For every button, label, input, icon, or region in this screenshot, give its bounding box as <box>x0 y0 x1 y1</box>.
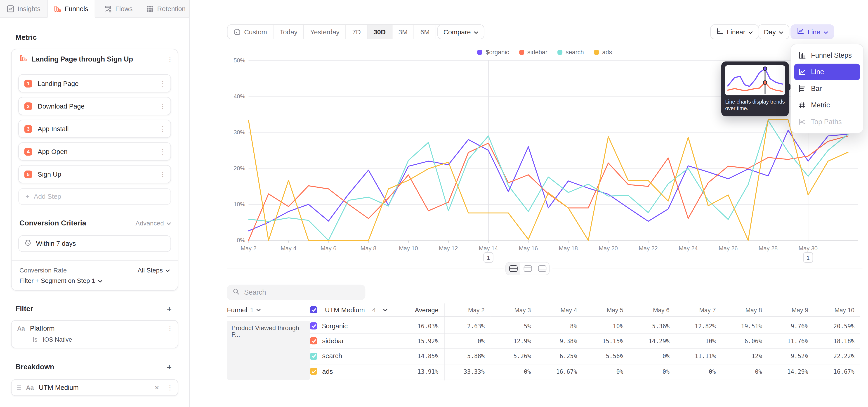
funnel-step-app-install[interactable]: 3App Install⋮ <box>18 120 171 138</box>
search-icon <box>232 288 240 295</box>
tab-funnels[interactable]: Funnels <box>48 0 95 18</box>
legend-item-organic[interactable]: $organic <box>477 49 509 55</box>
kebab-menu-icon[interactable]: ⋮ <box>166 325 172 332</box>
kebab-menu-icon[interactable]: ⋮ <box>159 125 165 132</box>
table-header-funnel[interactable]: Funnel1 <box>227 304 310 317</box>
legend-item-ads[interactable]: ads <box>594 49 612 55</box>
clock-icon <box>24 239 32 247</box>
kebab-menu-icon[interactable]: ⋮ <box>166 56 172 62</box>
chart-only-view-button[interactable] <box>520 262 535 275</box>
advanced-toggle[interactable]: Advanced <box>135 220 171 226</box>
table-row-series[interactable]: ads <box>310 364 394 379</box>
menu-item-line[interactable]: Line <box>794 64 860 80</box>
legend-swatch <box>594 50 599 55</box>
add-breakdown-button[interactable]: + <box>167 363 172 371</box>
series-checkbox[interactable] <box>310 368 317 375</box>
conversion-rate-selector[interactable]: All Steps <box>138 267 170 273</box>
date-range-today[interactable]: Today <box>274 25 304 39</box>
tab-flows[interactable]: Flows <box>95 0 143 17</box>
step-label: App Open <box>38 148 154 155</box>
kebab-menu-icon[interactable]: ⋮ <box>159 80 165 87</box>
funnel-step-sign-up[interactable]: 5Sign Up⋮ <box>18 165 171 183</box>
funnel-title: Landing Page through Sign Up <box>32 55 162 63</box>
table-header-date: May 6 <box>629 304 675 317</box>
chevron-down-icon <box>749 28 753 36</box>
average-value: 15.92% <box>394 334 444 349</box>
cell-value: 5% <box>490 319 536 334</box>
series-name: ads <box>322 368 333 375</box>
table-row-series[interactable]: $organic <box>310 319 394 334</box>
close-icon[interactable]: ✕ <box>154 384 160 391</box>
funnel-step-landing-page[interactable]: 1Landing Page⋮ <box>18 74 171 92</box>
cell-value: 0% <box>629 349 675 364</box>
funnel-step-download-page[interactable]: 2Download Page⋮ <box>18 97 171 115</box>
table-header-date: May 10 <box>814 304 860 317</box>
table-header-breakdown[interactable]: UTM Medium 4 <box>310 304 394 317</box>
table-row-series[interactable]: search <box>310 349 394 364</box>
kebab-menu-icon[interactable]: ⋮ <box>166 384 172 391</box>
tab-retention[interactable]: Retention <box>143 0 190 17</box>
table-only-view-button[interactable] <box>535 262 549 275</box>
cell-value: 22.22% <box>814 349 860 364</box>
date-range-7d[interactable]: 7D <box>346 25 367 39</box>
tab-label: Flows <box>115 5 133 12</box>
menu-item-bar[interactable]: Bar <box>794 80 860 97</box>
svg-text:30%: 30% <box>234 129 245 135</box>
compare-button[interactable]: Compare <box>437 24 485 39</box>
add-filter-button[interactable]: + <box>167 305 172 313</box>
add-step-button[interactable]: + Add Step <box>18 188 171 205</box>
date-range-label: 30D <box>373 28 385 36</box>
svg-text:May 22: May 22 <box>639 245 658 251</box>
conversion-window-selector[interactable]: Within 7 days <box>18 236 171 252</box>
chart-type-button[interactable]: Line <box>790 24 834 39</box>
drag-handle-icon[interactable] <box>17 385 21 390</box>
table-row-series[interactable]: sidebar <box>310 334 394 349</box>
date-range-30d[interactable]: 30D <box>367 25 392 39</box>
svg-text:May 24: May 24 <box>679 245 698 251</box>
menu-item-metric[interactable]: Metric <box>794 97 860 114</box>
table-header-date: May 4 <box>536 304 583 317</box>
date-range-custom[interactable]: Custom <box>228 25 274 39</box>
search-input[interactable]: Search <box>227 285 365 300</box>
layout-mid-icon <box>509 265 518 272</box>
kebab-menu-icon[interactable]: ⋮ <box>159 171 165 178</box>
series-checkbox[interactable] <box>310 338 317 345</box>
date-range-3m[interactable]: 3M <box>393 25 414 39</box>
funnel-step-app-open[interactable]: 4App Open⋮ <box>18 142 171 160</box>
kebab-menu-icon[interactable]: ⋮ <box>159 148 165 155</box>
date-range-yesterday[interactable]: Yesterday <box>304 25 346 39</box>
legend-item-search[interactable]: search <box>557 49 584 55</box>
filter-segment-selector[interactable]: Filter + Segment on Step 1 <box>20 277 103 284</box>
table-funnel-cell[interactable]: Product Viewed through P... <box>227 321 310 380</box>
kebab-menu-icon[interactable]: ⋮ <box>159 103 165 109</box>
filter-card[interactable]: Aa Platform ⋮ Is iOS Native <box>11 320 178 348</box>
cell-value: 33.33% <box>444 364 490 379</box>
date-range-6m[interactable]: 6M <box>414 25 436 39</box>
legend-label: $organic <box>486 49 509 55</box>
legend-item-sidebar[interactable]: sidebar <box>519 49 547 55</box>
series-checkbox[interactable] <box>310 322 317 330</box>
svg-text:May 28: May 28 <box>758 245 778 251</box>
cell-value: 0% <box>583 364 629 379</box>
split-view-button[interactable] <box>506 262 520 275</box>
interval-selector-button[interactable]: Day <box>758 24 789 39</box>
menu-item-label: Top Paths <box>811 118 842 126</box>
funnels-report-app: InsightsFunnelsFlowsRetention Metric Lan… <box>0 0 868 407</box>
scale-selector-button[interactable]: Linear <box>710 24 759 39</box>
breakdown-checkbox[interactable] <box>310 306 317 313</box>
breakdown-card[interactable]: Aa UTM Medium ✕ ⋮ <box>11 379 178 396</box>
cell-value: 15.15% <box>583 334 629 349</box>
cell-value: 6.06% <box>721 334 767 349</box>
svg-text:May 4: May 4 <box>281 245 296 251</box>
chevron-down-icon <box>474 31 478 34</box>
filter-value[interactable]: iOS Native <box>43 336 72 343</box>
funnel-header[interactable]: Landing Page through Sign Up ⋮ <box>20 54 172 64</box>
insights-chart-icon <box>6 5 14 12</box>
metric-card: Landing Page through Sign Up ⋮ 1Landing … <box>11 49 178 291</box>
series-checkbox[interactable] <box>310 353 317 360</box>
cell-value: 5.56% <box>583 349 629 364</box>
table-header-date: May 7 <box>675 304 721 317</box>
filter-operator[interactable]: Is <box>33 336 37 343</box>
tab-insights[interactable]: Insights <box>0 0 48 17</box>
menu-item-funnel-steps[interactable]: Funnel Steps <box>794 47 860 64</box>
